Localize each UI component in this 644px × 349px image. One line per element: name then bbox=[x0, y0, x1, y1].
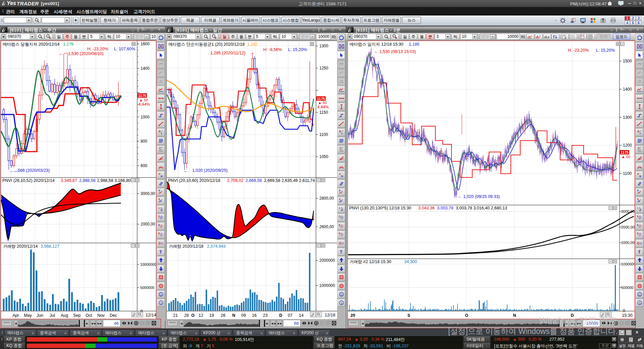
svg-text:1300: 1300 bbox=[623, 115, 632, 120]
svg-text:14: 14 bbox=[299, 313, 304, 318]
svg-text:거래량 2020/12/18: 거래량 2020/12/18 bbox=[169, 244, 204, 249]
svg-text:R: R bbox=[637, 232, 639, 235]
svg-text:←: ← bbox=[183, 168, 188, 173]
svg-text:1,179: 1,179 bbox=[63, 42, 73, 47]
svg-text:H: -8,56%: H: -8,56% bbox=[263, 47, 282, 52]
svg-text:f/: f/ bbox=[637, 172, 639, 176]
svg-text:→: → bbox=[250, 50, 254, 55]
svg-text:R: R bbox=[639, 175, 641, 178]
svg-text:L: L bbox=[637, 207, 639, 209]
svg-text:2,988,58 3,166,80 2: 2,988,58 3,166,80 2 bbox=[97, 178, 134, 183]
svg-text:1175: 1175 bbox=[621, 150, 629, 154]
svg-text:1400: 1400 bbox=[141, 66, 150, 71]
svg-text:21: 21 bbox=[173, 313, 178, 318]
svg-text:3,003,78 3,016,40 2,680,13: 3,003,78 3,016,40 2,680,13 bbox=[456, 206, 507, 210]
svg-text:L: 15,20%: L: 15,20% bbox=[596, 48, 615, 53]
svg-text:12/18: 12/18 bbox=[325, 313, 335, 317]
svg-text:500000: 500000 bbox=[621, 286, 634, 290]
svg-text:T: T bbox=[159, 249, 162, 254]
svg-text:←: ← bbox=[59, 51, 63, 56]
svg-text:거래량:#2 12/18 15:30: 거래량:#2 12/18 15:30 bbox=[350, 259, 391, 264]
svg-text:L: L bbox=[339, 207, 341, 209]
svg-text:R: R bbox=[161, 175, 163, 178]
svg-text:D: D bbox=[279, 313, 282, 318]
svg-text:거래량 2020/12/14: 거래량 2020/12/14 bbox=[3, 244, 38, 249]
svg-text:2000000: 2000000 bbox=[319, 258, 335, 263]
svg-text:3,568,127: 3,568,127 bbox=[41, 244, 59, 249]
svg-text:1000,00: 1000,00 bbox=[621, 241, 635, 245]
svg-text:Sep: Sep bbox=[73, 313, 80, 318]
svg-text:O: O bbox=[465, 313, 468, 318]
svg-text:1200: 1200 bbox=[623, 143, 632, 148]
svg-text:E: E bbox=[339, 224, 340, 226]
svg-text:Nov: Nov bbox=[97, 313, 105, 318]
svg-text:Dec: Dec bbox=[110, 313, 117, 318]
svg-text:T: T bbox=[161, 132, 162, 135]
svg-text:1250: 1250 bbox=[319, 66, 328, 70]
svg-text:1,185: 1,185 bbox=[409, 42, 419, 47]
svg-text:3,043,36: 3,043,36 bbox=[418, 206, 435, 210]
svg-text:Jul: Jul bbox=[50, 313, 55, 318]
svg-text:E: E bbox=[339, 198, 341, 200]
svg-text:2,374,943: 2,374,943 bbox=[207, 244, 226, 249]
svg-text:26: 26 bbox=[221, 313, 225, 318]
svg-text:1,285 (2020/11/12): 1,285 (2020/11/12) bbox=[210, 51, 246, 55]
svg-text:E: E bbox=[339, 189, 341, 192]
svg-text:34,300: 34,300 bbox=[404, 259, 417, 264]
svg-text:Q: Q bbox=[158, 241, 161, 245]
svg-text:2000,00: 2000,00 bbox=[621, 225, 635, 229]
svg-text:1000000: 1000000 bbox=[319, 283, 335, 288]
svg-text:1300: 1300 bbox=[319, 44, 328, 48]
svg-text:Oct: Oct bbox=[86, 313, 92, 318]
svg-text:f/: f/ bbox=[159, 172, 161, 176]
svg-text:R: R bbox=[339, 232, 340, 235]
svg-text:← 1,020 (09/25 09:33): ← 1,020 (09/25 09:33) bbox=[458, 194, 500, 199]
svg-text:H: -23,20%: H: -23,20% bbox=[87, 47, 108, 51]
svg-text:Jun: Jun bbox=[37, 313, 43, 318]
svg-text:PNVI (20,10,60) 2020/12/18: PNVI (20,10,60) 2020/12/18 bbox=[168, 178, 220, 183]
svg-text:E: E bbox=[158, 224, 160, 226]
svg-text:fi: fi bbox=[638, 147, 639, 149]
svg-text:28: 28 bbox=[184, 313, 189, 318]
svg-text:E: E bbox=[637, 224, 639, 226]
svg-text:1500: 1500 bbox=[623, 59, 632, 63]
svg-text:3,349,87: 3,349,87 bbox=[61, 178, 77, 183]
svg-text:1: 1 bbox=[160, 301, 162, 305]
svg-text:1: 1 bbox=[341, 301, 342, 305]
svg-text:May: May bbox=[24, 313, 32, 318]
svg-text:▲ 50: ▲ 50 bbox=[318, 101, 327, 105]
svg-text:15:30: 15:30 bbox=[622, 313, 632, 318]
svg-text:2600,00: 2600,00 bbox=[319, 225, 334, 229]
svg-text:1175: 1175 bbox=[138, 94, 146, 98]
svg-text:T: T bbox=[638, 249, 641, 254]
svg-text:Aug: Aug bbox=[61, 313, 68, 318]
svg-text:f/: f/ bbox=[339, 172, 341, 176]
svg-text:O: O bbox=[191, 313, 195, 318]
svg-text:4,44%: 4,44% bbox=[317, 105, 329, 109]
svg-text:←—: ←— bbox=[10, 168, 18, 173]
svg-text:T: T bbox=[639, 132, 641, 135]
svg-text:1,020 (2020/09/25): 1,020 (2020/09/25) bbox=[192, 168, 228, 173]
svg-text:12: 12 bbox=[199, 313, 203, 318]
svg-text:5000000: 5000000 bbox=[140, 286, 154, 290]
svg-text:2,988,58: 2,988,58 bbox=[79, 178, 96, 183]
svg-text:23: 23 bbox=[263, 313, 268, 318]
svg-text:PNVI (130,20,130*5) 12/18 15:: PNVI (130,20,130*5) 12/18 15:30 bbox=[349, 206, 411, 210]
svg-text:메타랩스 당월지저 2020/12/14: 메타랩스 당월지저 2020/12/14 bbox=[3, 42, 60, 47]
svg-text:L: 15,20%: L: 15,20% bbox=[288, 47, 307, 52]
svg-text:S: S bbox=[408, 313, 410, 318]
svg-text:1,530 (2020/08/10): 1,530 (2020/08/10) bbox=[68, 51, 104, 56]
svg-text:1400: 1400 bbox=[623, 87, 632, 92]
svg-text:T: T bbox=[340, 249, 342, 254]
svg-text:Q: Q bbox=[339, 241, 341, 245]
svg-text:1100: 1100 bbox=[623, 171, 632, 176]
svg-text:2800,00: 2800,00 bbox=[319, 196, 334, 201]
svg-text:19: 19 bbox=[209, 313, 214, 318]
svg-text:R: R bbox=[341, 175, 343, 178]
svg-text:1050: 1050 bbox=[319, 154, 328, 159]
svg-text:E: E bbox=[637, 189, 639, 192]
svg-text:566 (2020/03/23): 566 (2020/03/23) bbox=[18, 168, 50, 173]
svg-text:09: 09 bbox=[241, 313, 246, 318]
svg-text:N: N bbox=[232, 313, 235, 318]
svg-text:1600: 1600 bbox=[141, 42, 150, 46]
